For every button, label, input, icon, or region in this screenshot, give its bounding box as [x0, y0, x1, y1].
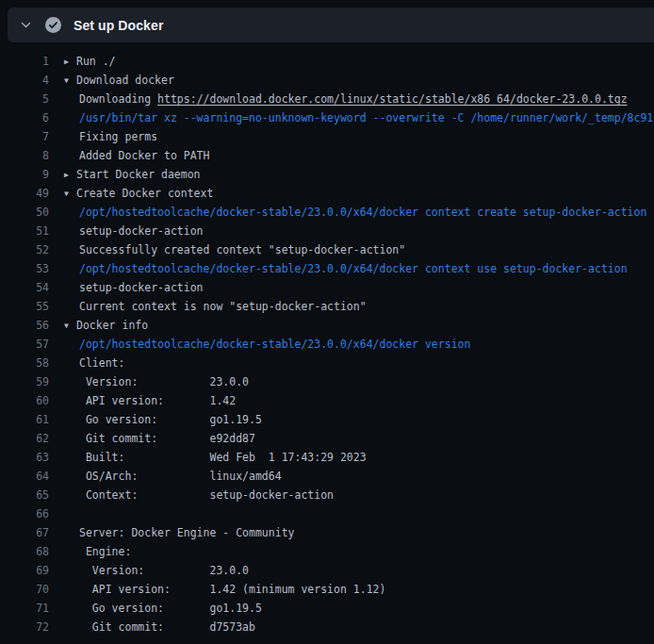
log-group-toggle[interactable]: ▼Docker info	[64, 316, 148, 335]
line-number[interactable]: 68	[0, 542, 49, 561]
group-expanded-icon: ▼	[64, 317, 76, 336]
group-title: Create Docker context	[76, 187, 213, 200]
line-number[interactable]: 6	[0, 108, 49, 127]
line-number[interactable]: 8	[0, 146, 49, 165]
chevron-down-icon[interactable]	[20, 19, 32, 31]
log-line: 52Successfully created context "setup-do…	[0, 240, 654, 259]
line-number[interactable]: 69	[0, 561, 49, 580]
line-number[interactable]: 5	[0, 90, 49, 108]
line-number[interactable]: 51	[0, 222, 49, 240]
log-line: 56▼Docker info	[0, 316, 654, 335]
log-line: 67Server: Docker Engine - Community	[0, 523, 654, 542]
line-number[interactable]: 72	[0, 618, 49, 636]
log-line: 6/usr/bin/tar xz --warning=no-unknown-ke…	[0, 108, 654, 127]
step-header[interactable]: Set up Docker	[8, 8, 654, 42]
line-number[interactable]: 50	[0, 203, 49, 222]
check-circle-icon	[45, 17, 61, 33]
log-line: 5Downloading https://download.docker.com…	[0, 90, 654, 108]
log-text: Downloading https://download.docker.com/…	[64, 90, 628, 108]
line-number[interactable]: 67	[0, 523, 49, 542]
line-number[interactable]: 63	[0, 448, 49, 467]
log-line: 66	[0, 504, 654, 523]
log-command: /usr/bin/tar xz --warning=no-unknown-key…	[64, 108, 653, 127]
log-line: 54setup-docker-action	[0, 278, 654, 297]
line-number[interactable]: 53	[0, 259, 49, 278]
log-text: Go version: go1.19.5	[64, 410, 262, 429]
log-text: API version: 1.42	[64, 391, 236, 410]
log-text: API version: 1.42 (minimum version 1.12)	[64, 580, 385, 599]
log-text: Client:	[64, 354, 124, 372]
log-command: /opt/hostedtoolcache/docker-stable/23.0.…	[64, 259, 628, 278]
line-number[interactable]: 7	[0, 127, 49, 146]
log-group-toggle[interactable]: ▶Start Docker daemon	[64, 165, 201, 184]
log-text: Added Docker to PATH	[64, 146, 209, 165]
log-line: 64 OS/Arch: linux/amd64	[0, 467, 654, 486]
line-number[interactable]: 52	[0, 240, 49, 259]
log-line: 59 Version: 23.0.0	[0, 372, 654, 391]
line-number[interactable]: 54	[0, 278, 49, 297]
log-text: Server: Docker Engine - Community	[64, 523, 294, 542]
group-title: Download docker	[76, 74, 174, 87]
step-title: Set up Docker	[74, 18, 163, 33]
log-text: Successfully created context "setup-dock…	[64, 240, 405, 259]
log-text: setup-docker-action	[64, 278, 204, 297]
log-line: 68 Engine:	[0, 542, 654, 561]
log-url-link[interactable]: https://download.docker.com/linux/static…	[157, 92, 628, 106]
log-text: setup-docker-action	[64, 222, 204, 240]
line-number[interactable]: 64	[0, 467, 49, 486]
line-number[interactable]: 49	[0, 184, 49, 203]
line-number[interactable]: 4	[0, 71, 49, 90]
log-line: 63 Built: Wed Feb 1 17:43:29 2023	[0, 448, 654, 467]
log-line: 53/opt/hostedtoolcache/docker-stable/23.…	[0, 259, 654, 278]
log-text: Git commit: d7573ab	[64, 618, 255, 636]
line-number[interactable]: 55	[0, 297, 49, 316]
log-group-toggle[interactable]: ▼Create Docker context	[64, 184, 213, 203]
log-line: 72 Git commit: d7573ab	[0, 618, 654, 636]
log-line: 55Current context is now "setup-docker-a…	[0, 297, 654, 316]
group-collapsed-icon: ▶	[64, 53, 76, 72]
group-expanded-icon: ▼	[64, 72, 76, 91]
line-number[interactable]: 60	[0, 391, 49, 410]
log-text: Engine:	[64, 542, 131, 561]
line-number[interactable]: 71	[0, 599, 49, 618]
log-command: /opt/hostedtoolcache/docker-stable/23.0.…	[64, 203, 646, 222]
log-text: Fixing perms	[64, 127, 157, 146]
group-title: Run ./	[76, 55, 116, 68]
log-text: Go version: go1.19.5	[64, 599, 262, 618]
log-text: Git commit: e92dd87	[64, 429, 255, 448]
line-number[interactable]: 66	[0, 504, 49, 523]
log-text: Version: 23.0.0	[64, 372, 249, 391]
line-number[interactable]: 1	[0, 52, 49, 71]
group-collapsed-icon: ▶	[64, 166, 76, 185]
log-line: 8Added Docker to PATH	[0, 146, 654, 165]
line-number[interactable]: 59	[0, 372, 49, 391]
log-line: 57/opt/hostedtoolcache/docker-stable/23.…	[0, 335, 654, 354]
log-line: 9▶Start Docker daemon	[0, 165, 654, 184]
line-number[interactable]: 70	[0, 580, 49, 599]
group-expanded-icon: ▼	[64, 185, 76, 204]
line-number[interactable]: 56	[0, 316, 49, 335]
log-text: Version: 23.0.0	[64, 561, 249, 580]
log-line: 58Client:	[0, 354, 654, 372]
log-text: OS/Arch: linux/amd64	[64, 467, 282, 486]
log-container: 1▶Run ./4▼Download docker5Downloading ht…	[0, 42, 654, 636]
line-number[interactable]: 62	[0, 429, 49, 448]
line-number[interactable]: 57	[0, 335, 49, 354]
line-number[interactable]: 61	[0, 410, 49, 429]
log-line: 62 Git commit: e92dd87	[0, 429, 654, 448]
log-line: 1▶Run ./	[0, 52, 654, 71]
group-title: Start Docker daemon	[76, 168, 201, 181]
log-line: 69 Version: 23.0.0	[0, 561, 654, 580]
log-line: 50/opt/hostedtoolcache/docker-stable/23.…	[0, 203, 654, 222]
line-number[interactable]: 65	[0, 486, 49, 504]
line-number[interactable]: 58	[0, 354, 49, 372]
log-text: Current context is now "setup-docker-act…	[64, 297, 367, 316]
log-line: 7Fixing perms	[0, 127, 654, 146]
log-line: 49▼Create Docker context	[0, 184, 654, 203]
log-text	[64, 504, 79, 523]
log-line: 51setup-docker-action	[0, 222, 654, 240]
log-group-toggle[interactable]: ▶Run ./	[64, 52, 116, 71]
log-line: 65 Context: setup-docker-action	[0, 486, 654, 504]
line-number[interactable]: 9	[0, 165, 49, 184]
log-group-toggle[interactable]: ▼Download docker	[64, 71, 174, 90]
